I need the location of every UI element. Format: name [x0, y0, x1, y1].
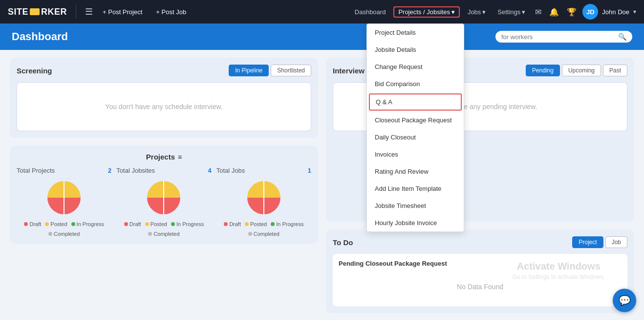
- nav-projects-jobsites[interactable]: Projects / Jobsites ▾: [393, 6, 460, 18]
- no-data-text: No Data Found: [339, 273, 622, 300]
- search-bar[interactable]: 🔍: [495, 31, 632, 43]
- menu-item-change-request[interactable]: Change Request: [367, 58, 464, 75]
- navbar-right: Dashboard Projects / Jobsites ▾ Jobs ▾ S…: [351, 4, 636, 20]
- main-content: Screening In Pipeline Shortlisted You do…: [0, 50, 644, 320]
- legend-completed: Completed: [148, 231, 179, 237]
- legend-posted: Posted: [45, 221, 67, 227]
- interview-tabs: Pending Upcoming Past: [526, 65, 627, 76]
- legend-draft: Draft: [224, 221, 241, 227]
- jobs-pie: [216, 178, 311, 217]
- menu-item-bid-comparison[interactable]: Bid Comparison: [367, 75, 464, 92]
- jobsites-pie: [116, 178, 211, 217]
- tab-in-pipeline[interactable]: In Pipeline: [229, 65, 269, 76]
- logo: SITERKER: [8, 7, 67, 17]
- screening-header: Screening In Pipeline Shortlisted: [17, 65, 311, 76]
- legend-in-progress: In Progress: [71, 221, 104, 227]
- todo-card: To Do Project Job Pending Closeout Packa…: [326, 229, 634, 313]
- page-title: Dashboard: [12, 30, 68, 43]
- nav-dashboard[interactable]: Dashboard: [351, 6, 390, 18]
- nav-divider: [76, 5, 76, 19]
- post-job-button[interactable]: + Post Job: [152, 6, 190, 18]
- hamburger-icon[interactable]: ☰: [85, 6, 93, 17]
- projects-title: Projects ≡: [17, 153, 311, 161]
- legend-posted: Posted: [245, 221, 267, 227]
- screening-tabs: In Pipeline Shortlisted: [229, 65, 311, 76]
- list-icon: ≡: [178, 153, 182, 161]
- tab-job[interactable]: Job: [605, 236, 627, 248]
- subheader: Dashboard 🔍: [0, 23, 644, 50]
- user-chevron-icon[interactable]: ▾: [633, 8, 636, 15]
- legend-in-progress: In Progress: [271, 221, 303, 227]
- projects-stats: Total Projects 2: [17, 167, 311, 237]
- legend-completed: Completed: [48, 231, 80, 237]
- menu-item-hourly-invoice[interactable]: Hourly Jobsite Invoice: [367, 214, 464, 231]
- tab-pending[interactable]: Pending: [526, 65, 560, 76]
- chevron-down-icon: ▾: [451, 8, 455, 16]
- todo-tabs: Project Job: [572, 236, 627, 248]
- legend-posted: Posted: [145, 221, 167, 227]
- total-jobs-stat: Total Jobs 1 Draft: [216, 167, 311, 237]
- projects-dropdown-menu: Project Details Jobsite Details Change R…: [366, 23, 464, 232]
- chat-icon: 💬: [619, 295, 631, 306]
- screening-card: Screening In Pipeline Shortlisted You do…: [10, 58, 318, 138]
- menu-item-jobsite-timesheet[interactable]: Jobsite Timesheet: [367, 197, 464, 214]
- tab-shortlisted[interactable]: Shortlisted: [271, 65, 311, 76]
- screening-empty: You don't have any schedule interview.: [17, 82, 311, 131]
- avatar[interactable]: JD: [582, 4, 598, 20]
- user-name[interactable]: John Doe: [602, 8, 629, 16]
- menu-item-project-details[interactable]: Project Details: [367, 24, 464, 41]
- total-jobsites-stat: Total Jobsites 4 Draft: [116, 167, 211, 237]
- tab-project[interactable]: Project: [572, 236, 603, 248]
- legend-completed: Completed: [248, 231, 279, 237]
- screening-title: Screening: [17, 67, 52, 75]
- jobsites-legend: Draft Posted In Progress Completed: [116, 221, 211, 237]
- menu-item-invoices[interactable]: Invoices: [367, 146, 464, 163]
- legend-in-progress: In Progress: [171, 221, 204, 227]
- todo-content: Pending Closeout Package Request No Data…: [333, 254, 627, 306]
- todo-header: To Do Project Job: [333, 236, 627, 248]
- projects-pie: [17, 178, 111, 217]
- search-icon: 🔍: [618, 33, 626, 41]
- chat-bubble-button[interactable]: 💬: [613, 289, 636, 312]
- trophy-icon[interactable]: 🏆: [565, 5, 579, 19]
- menu-item-daily-closeout[interactable]: Daily Closeout: [367, 129, 464, 146]
- pending-closeout-title: Pending Closeout Package Request: [339, 260, 622, 267]
- menu-item-jobsite-details[interactable]: Jobsite Details: [367, 41, 464, 58]
- jobs-legend: Draft Posted In Progress Completed: [216, 221, 311, 237]
- notification-icon[interactable]: 🔔: [547, 5, 561, 19]
- navbar: SITERKER ☰ + Post Project + Post Job Das…: [0, 0, 644, 23]
- menu-item-qa[interactable]: Q & A: [369, 93, 462, 111]
- legend-draft: Draft: [124, 221, 141, 227]
- menu-item-rating-review[interactable]: Rating And Review: [367, 163, 464, 180]
- menu-item-closeout-package[interactable]: Closeout Package Request: [367, 112, 464, 129]
- menu-item-add-line-item[interactable]: Add Line Item Template: [367, 180, 464, 197]
- tab-upcoming[interactable]: Upcoming: [562, 65, 601, 76]
- nav-settings[interactable]: Settings ▾: [494, 6, 529, 18]
- search-input[interactable]: [501, 33, 614, 41]
- logo-icon: [30, 8, 40, 15]
- post-project-button[interactable]: + Post Project: [99, 6, 146, 18]
- email-icon[interactable]: ✉: [533, 5, 543, 19]
- total-projects-stat: Total Projects 2: [17, 167, 111, 237]
- projects-legend: Draft Posted In Progress Completed: [17, 221, 111, 237]
- interview-title: Interview: [333, 67, 365, 75]
- nav-jobs[interactable]: Jobs ▾: [464, 6, 490, 18]
- left-column: Screening In Pipeline Shortlisted You do…: [10, 58, 318, 313]
- chevron-down-icon: ▾: [482, 8, 486, 16]
- chevron-down-icon: ▾: [522, 8, 525, 16]
- legend-draft: Draft: [24, 221, 41, 227]
- todo-title: To Do: [333, 238, 353, 247]
- tab-past[interactable]: Past: [603, 65, 627, 76]
- projects-card: Projects ≡ Total Projects 2: [10, 146, 318, 244]
